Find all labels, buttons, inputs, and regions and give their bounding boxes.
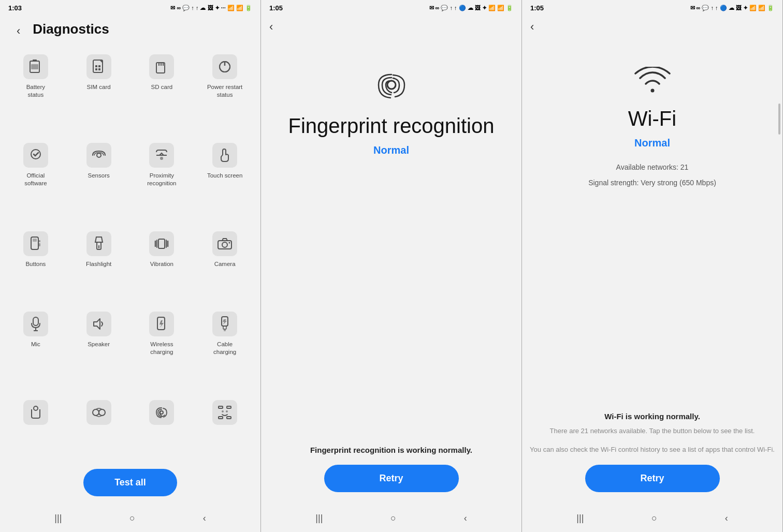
nav-recent-1[interactable]: ||| xyxy=(54,513,62,524)
buttons-label: Buttons xyxy=(25,260,46,268)
wireless-charging-icon xyxy=(149,312,174,336)
svg-rect-12 xyxy=(163,63,164,66)
back-button-2[interactable]: ‹ xyxy=(261,14,521,36)
nav-recent-2[interactable]: ||| xyxy=(315,513,323,524)
svg-point-52 xyxy=(226,410,228,412)
svg-rect-34 xyxy=(33,317,38,326)
fingerprint-status: Normal xyxy=(373,144,409,156)
extra2-icon xyxy=(86,400,111,425)
panel-wifi: 1:05 ✉ ∞ 💬 ↑ ↑ 🔵 ☁ 🖼 ✦ 📶 📶 🔋 ‹ Wi-Fi Nor… xyxy=(522,0,783,532)
nav-recent-3[interactable]: ||| xyxy=(576,513,584,524)
svg-rect-22 xyxy=(38,243,40,246)
buttons-icon xyxy=(23,231,48,256)
sim-label: SIM card xyxy=(87,83,111,91)
diag-item-software[interactable]: Officialsoftware xyxy=(4,135,67,223)
scrollbar-3[interactable] xyxy=(778,104,780,135)
sd-label: SD card xyxy=(151,83,173,91)
retry-button-2[interactable]: Retry xyxy=(324,465,459,492)
back-button-1[interactable]: ‹ xyxy=(8,18,28,40)
diag-item-extra2[interactable] xyxy=(67,392,130,465)
diag-item-face[interactable] xyxy=(193,392,256,465)
svg-rect-49 xyxy=(219,417,223,419)
nav-home-2[interactable]: ○ xyxy=(390,513,396,524)
nav-home-1[interactable]: ○ xyxy=(129,513,135,524)
camera-label: Camera xyxy=(214,260,236,268)
diag-title: Diagnostics xyxy=(33,21,109,37)
proximity-icon xyxy=(149,143,174,168)
speaker-label: Speaker xyxy=(88,341,110,348)
svg-point-33 xyxy=(229,242,230,243)
wifi-signal-strength: Signal strength: Very strong (650 Mbps) xyxy=(588,177,716,188)
face-icon xyxy=(212,400,237,425)
diag-item-power[interactable]: Power restartstatus xyxy=(193,46,256,135)
retry-button-3[interactable]: Retry xyxy=(585,465,720,492)
wifi-desc1: There are 21 networks available. Tap the… xyxy=(522,426,782,436)
svg-point-16 xyxy=(97,153,101,157)
diag-item-sensors[interactable]: Sensors xyxy=(67,135,130,223)
diag-header: ‹ Diagnostics xyxy=(0,14,260,46)
diag-item-buttons[interactable]: Buttons xyxy=(4,223,67,304)
svg-point-44 xyxy=(93,409,99,416)
diag-item-wireless[interactable]: Wirelesscharging xyxy=(130,303,194,392)
fingerprint-working-text: Fingerprint recognition is working norma… xyxy=(261,446,521,454)
nav-back-2[interactable]: ‹ xyxy=(464,513,467,524)
test-all-button[interactable]: Test all xyxy=(83,469,177,496)
svg-rect-2 xyxy=(31,64,38,69)
panel-diagnostics: 1:03 ✉ ∞ 💬 ↑ ↑ ☁ 🖼 ✦ ··· 📶 📶 🔋 ‹ Diagnos… xyxy=(0,0,261,532)
svg-rect-4 xyxy=(95,65,97,67)
wifi-screen: Wi-Fi Normal Available networks: 21 Sign… xyxy=(522,36,782,404)
status-bar-3: 1:05 ✉ ∞ 💬 ↑ ↑ 🔵 ☁ 🖼 ✦ 📶 📶 🔋 xyxy=(522,0,782,14)
diag-item-proximity[interactable]: Proximityrecognition xyxy=(130,135,194,223)
svg-point-54 xyxy=(650,89,654,93)
svg-rect-21 xyxy=(38,240,40,242)
diag-item-sim[interactable]: SIM card xyxy=(67,46,130,135)
wifi-working-text: Wi-Fi is working normally. xyxy=(522,412,782,421)
sensors-icon xyxy=(86,143,111,168)
diag-item-camera[interactable]: Camera xyxy=(193,223,256,304)
diag-item-extra1[interactable] xyxy=(4,392,67,465)
test-all-wrap: Test all xyxy=(0,465,260,507)
power-label: Power restartstatus xyxy=(207,83,242,99)
svg-point-18 xyxy=(160,157,163,160)
sd-icon xyxy=(149,54,174,79)
touch-icon xyxy=(212,143,237,168)
status-icons-2: ✉ ∞ 💬 ↑ ↑ 🔵 ☁ 🖼 ✦ 📶 📶 🔋 xyxy=(429,5,513,11)
diag-item-speaker[interactable]: Speaker xyxy=(67,303,130,392)
fingerprint-list-icon xyxy=(149,400,174,425)
fingerprint-large-icon xyxy=(373,67,410,103)
svg-rect-47 xyxy=(219,406,223,408)
diag-item-flashlight[interactable]: Flashlight xyxy=(67,223,130,304)
diag-item-mic[interactable]: Mic xyxy=(4,303,67,392)
wifi-available-networks: Available networks: 21 xyxy=(616,161,689,173)
nav-back-3[interactable]: ‹ xyxy=(725,513,728,524)
status-icons-3: ✉ ∞ 💬 ↑ ↑ 🔵 ☁ 🖼 ✦ 📶 📶 🔋 xyxy=(690,5,774,11)
diag-item-sd[interactable]: SD card xyxy=(130,46,194,135)
diag-grid: Batterystatus SIM card SD card Power res… xyxy=(0,46,260,465)
wireless-charging-label: Wirelesscharging xyxy=(150,341,173,356)
wifi-desc2: You can also check the Wi-Fi control his… xyxy=(522,445,782,455)
status-bar-2: 1:05 ✉ ∞ 💬 ↑ ↑ 🔵 ☁ 🖼 ✦ 📶 📶 🔋 xyxy=(261,0,521,14)
power-icon xyxy=(212,54,237,79)
diag-item-vibration[interactable]: Vibration xyxy=(130,223,194,304)
nav-bar-2: ||| ○ ‹ xyxy=(261,507,521,532)
vibration-icon xyxy=(149,231,174,256)
diag-item-cable[interactable]: Cablecharging xyxy=(193,303,256,392)
flashlight-icon xyxy=(86,231,111,256)
svg-rect-20 xyxy=(33,239,37,242)
nav-bar-1: ||| ○ ‹ xyxy=(0,507,260,532)
speaker-icon xyxy=(86,312,111,336)
nav-back-1[interactable]: ‹ xyxy=(203,513,206,524)
wifi-status: Normal xyxy=(634,137,670,149)
diag-item-battery[interactable]: Batterystatus xyxy=(4,46,67,135)
nav-bar-3: ||| ○ ‹ xyxy=(522,507,782,532)
svg-rect-50 xyxy=(227,417,231,419)
svg-point-45 xyxy=(99,409,105,416)
diag-item-fingerprint-list[interactable] xyxy=(130,392,194,465)
vibration-label: Vibration xyxy=(150,260,173,268)
back-button-3[interactable]: ‹ xyxy=(522,14,782,36)
diag-item-touch[interactable]: Touch screen xyxy=(193,135,256,223)
wifi-large-icon xyxy=(634,67,671,96)
svg-marker-37 xyxy=(94,319,100,329)
nav-home-3[interactable]: ○ xyxy=(651,513,657,524)
cable-charging-label: Cablecharging xyxy=(213,341,236,356)
